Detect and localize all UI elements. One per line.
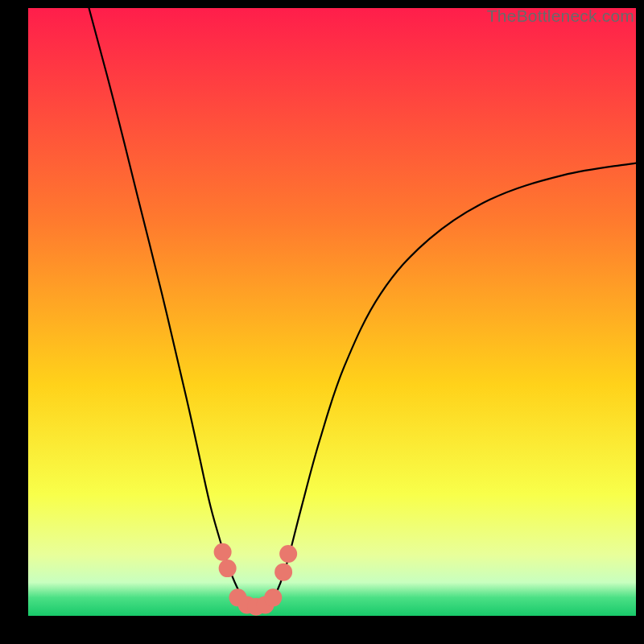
- highlight-point: [214, 543, 232, 561]
- highlight-point: [264, 588, 282, 606]
- gradient-background: [28, 8, 636, 616]
- watermark-text: TheBottleneck.com: [487, 6, 634, 26]
- highlight-point: [219, 559, 237, 577]
- chart-svg: [28, 8, 636, 616]
- plot-area: [28, 8, 636, 616]
- highlight-point: [279, 545, 297, 563]
- chart-frame: TheBottleneck.com: [0, 0, 644, 644]
- highlight-point: [275, 564, 292, 581]
